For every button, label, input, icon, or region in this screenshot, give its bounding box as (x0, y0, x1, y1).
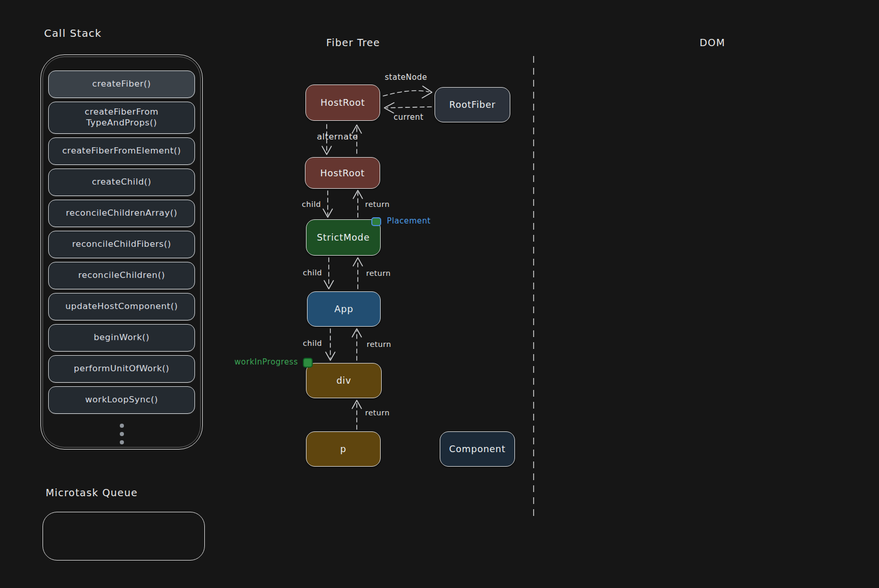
node-app: App (307, 291, 381, 327)
work-in-progress-pointer-icon (303, 358, 313, 368)
placement-flag-icon (371, 217, 381, 226)
label-child: child (303, 339, 322, 347)
work-in-progress-label: workInProgress (234, 357, 298, 367)
label-child: child (302, 200, 321, 208)
label-statenode: stateNode (385, 73, 427, 82)
edge-child-return-3 (326, 329, 361, 360)
node-div: div (306, 363, 382, 398)
edge-statenode (383, 86, 432, 98)
node-hostroot-wip: HostRoot (305, 157, 380, 189)
node-p: p (306, 431, 381, 467)
label-return: return (365, 409, 389, 417)
edge-child-return-1 (323, 190, 362, 217)
edge-return-4 (352, 400, 361, 429)
label-child: child (303, 269, 322, 277)
placement-flag-label: Placement (387, 216, 431, 226)
node-strictmode: StrictMode (306, 219, 381, 256)
label-return: return (367, 340, 391, 348)
node-component: Component (440, 431, 515, 467)
node-hostroot-current: HostRoot (305, 85, 380, 121)
label-return: return (365, 200, 389, 208)
label-alternate: alternate (317, 132, 358, 142)
label-return: return (366, 269, 390, 277)
edge-current (384, 103, 431, 113)
node-rootfiber: RootFiber (435, 87, 510, 122)
label-current: current (394, 113, 424, 122)
react-fiber-diagram-canvas: Call Stack Fiber Tree DOM Microtask Queu… (0, 0, 879, 588)
edge-child-return-2 (324, 258, 362, 289)
